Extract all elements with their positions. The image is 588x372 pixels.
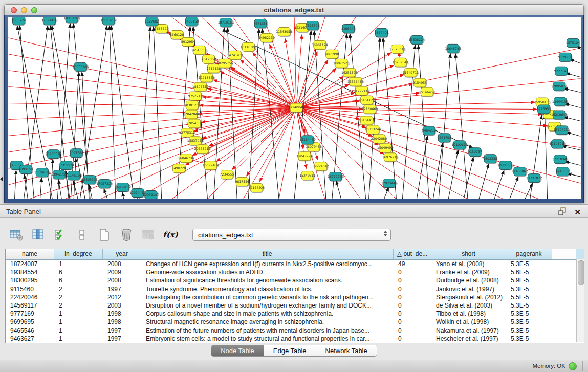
table-row[interactable]: 1938455462009Genome-wide association stu…	[6, 268, 584, 276]
graph-node[interactable]: 17854081	[186, 119, 202, 128]
graph-node[interactable]: 1527602	[145, 17, 159, 26]
graph-node[interactable]: 6671358	[253, 19, 268, 28]
graph-node[interactable]: 16782759	[328, 172, 343, 181]
show-columns-button[interactable]	[31, 227, 46, 243]
delete-column-button[interactable]	[119, 227, 134, 243]
graph-node[interactable]: 8912954	[181, 37, 195, 46]
table-source-select[interactable]: citations_edges.txt	[192, 229, 391, 241]
graph-node[interactable]: 7234555	[220, 170, 234, 179]
table-row[interactable]: 1830029562008Estimation of significance …	[6, 276, 584, 285]
graph-node[interactable]: 11156829	[34, 168, 50, 177]
graph-node[interactable]: 16099489	[203, 161, 219, 170]
graph-node[interactable]: 9652406	[375, 28, 389, 37]
column-header-5[interactable]: short	[431, 249, 506, 259]
graph-node[interactable]: 4055724	[12, 17, 26, 25]
new-column-button[interactable]	[97, 227, 112, 243]
table-row[interactable]: 946362711997Embryonic stem cells: a mode…	[6, 335, 584, 343]
graph-node[interactable]: 12505115	[81, 176, 97, 184]
graph-node[interactable]: 15049492	[377, 144, 393, 152]
graph-node[interactable]: 16543358	[191, 46, 207, 54]
graph-node[interactable]: 12444154	[552, 97, 568, 106]
graph-node[interactable]: 9097588	[69, 149, 83, 158]
graph-node[interactable]: 20206576	[46, 150, 61, 159]
function-builder-button[interactable]: f(x)	[163, 227, 178, 243]
table-row[interactable]: 1872400712008Changes of HCN gene express…	[6, 260, 584, 268]
graph-node[interactable]: 15586433	[347, 77, 363, 86]
graph-node[interactable]: 11549711	[403, 68, 419, 77]
float-panel-icon[interactable]	[558, 207, 567, 218]
graph-node[interactable]: 6466160	[185, 17, 199, 26]
graph-node[interactable]: 16164122	[359, 96, 375, 104]
graph-node[interactable]: 16958107	[115, 183, 130, 192]
graph-node[interactable]: 20553106	[72, 62, 88, 71]
graph-node[interactable]: 9752712	[188, 92, 203, 100]
graph-node[interactable]: 8215953	[537, 105, 551, 114]
table-row[interactable]: 946554611997Estimation of the future num…	[6, 326, 584, 335]
table-mode-button[interactable]	[9, 227, 24, 243]
graph-node[interactable]: 11145194	[66, 171, 82, 180]
graph-node[interactable]: 14982239	[258, 33, 274, 42]
graph-node[interactable]: 12095872	[551, 82, 567, 91]
graph-node[interactable]: 11543958	[276, 27, 292, 36]
graph-node[interactable]: 16648784	[445, 44, 461, 53]
graph-node[interactable]: 13942757	[51, 170, 67, 179]
graph-node[interactable]: 17359924	[58, 161, 74, 170]
window-titlebar[interactable]: citations_edges.txt	[4, 4, 584, 15]
graph-node[interactable]: 12224042	[313, 162, 329, 171]
graph-node[interactable]: 15837054	[187, 137, 203, 145]
graph-node[interactable]: 12213383	[199, 73, 214, 82]
table-row[interactable]: 2242004622012Investigating the contribut…	[6, 293, 584, 301]
graph-node[interactable]: 22042080	[371, 135, 387, 143]
graph-node[interactable]: 9129966	[558, 53, 573, 61]
graph-node[interactable]: 7515526	[306, 21, 320, 30]
column-header-3[interactable]: title	[141, 249, 394, 259]
graph-node[interactable]: 17957223	[96, 180, 112, 188]
graph-node[interactable]: 14741437	[227, 51, 243, 59]
graph-node[interactable]: 9245012	[556, 167, 570, 176]
graph-node[interactable]: 2342004	[202, 55, 216, 63]
graph-node[interactable]: 16813244	[365, 125, 381, 134]
column-header-2[interactable]: year	[103, 249, 141, 259]
graph-node[interactable]: 10759541	[393, 58, 408, 67]
graph-node[interactable]: 12103018	[550, 140, 565, 148]
graph-node[interactable]: 9802238	[483, 155, 497, 163]
scrollbar-thumb[interactable]	[578, 260, 584, 285]
graph-node[interactable]: 18107552	[192, 82, 208, 91]
close-panel-icon[interactable]: ✕	[574, 208, 581, 217]
graph-node[interactable]: 10383058	[497, 161, 513, 170]
graph-node[interactable]: 18061523	[333, 59, 349, 68]
collapse-canvas-arrow-icon[interactable]	[0, 177, 3, 182]
row-selection-button[interactable]	[53, 227, 68, 243]
graph-node[interactable]: 9861990	[325, 50, 339, 58]
graph-node[interactable]: 11731072	[526, 174, 542, 183]
graph-node[interactable]: 12042044	[183, 110, 199, 119]
column-header-1[interactable]: in_degree	[54, 249, 103, 259]
graph-node[interactable]: 11777112	[354, 86, 369, 95]
graph-node[interactable]: 16961124	[312, 40, 328, 49]
graph-node[interactable]: 12184808	[248, 184, 264, 192]
table-row[interactable]: 1456911722003Disruption of a novel membe…	[6, 301, 584, 310]
graph-node[interactable]: 8393159	[19, 165, 33, 174]
graph-node[interactable]: 37691406	[41, 17, 57, 25]
graph-node[interactable]: 16638224	[409, 35, 425, 44]
tab-edge-table[interactable]: Edge Table	[264, 345, 316, 356]
graph-node[interactable]: 20873214	[194, 145, 210, 154]
graph-hub-node[interactable]: 17240046	[288, 103, 304, 112]
graph-node[interactable]: 9150737	[468, 148, 482, 157]
graph-node[interactable]: 15692931	[554, 126, 570, 135]
graph-node[interactable]: 8660128	[170, 30, 184, 39]
column-header-6[interactable]: pagerank	[506, 249, 552, 259]
graph-node[interactable]: 16118306	[241, 42, 256, 51]
graph-node[interactable]: 8196244	[341, 24, 356, 33]
graph-node[interactable]: 17875312	[389, 45, 405, 53]
memory-indicator-icon[interactable]	[569, 362, 577, 370]
graph-node[interactable]: 12160469	[362, 105, 378, 114]
tab-node-table[interactable]: Node Table	[211, 345, 264, 356]
graph-node[interactable]: 18295756	[217, 59, 233, 68]
graph-node[interactable]: 9227141	[554, 67, 569, 75]
network-graph[interactable]: 7663822866012889129541654335823420042718…	[8, 17, 581, 199]
column-header-4[interactable]: △ out_de...	[394, 249, 431, 259]
table-row[interactable]: 911546021997Tourette syndrome. Phenomeno…	[6, 285, 584, 293]
graph-node[interactable]: 12047276	[296, 152, 312, 161]
graph-node[interactable]: 12923449	[381, 179, 397, 188]
